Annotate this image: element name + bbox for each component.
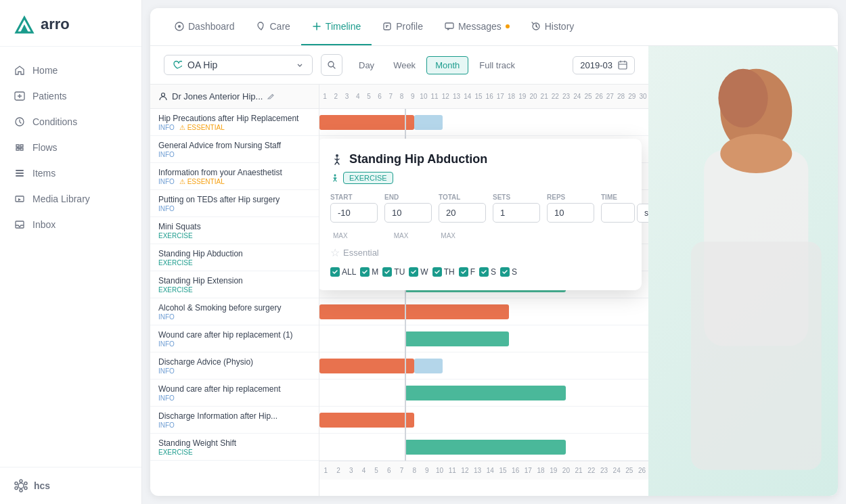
edit-icon[interactable] — [267, 93, 275, 101]
gantt-footer-number: 4 — [357, 467, 370, 474]
tab-messages[interactable]: Messages — [434, 9, 520, 45]
gantt-footer-number: 6 — [382, 467, 395, 474]
tab-profile-label: Profile — [396, 21, 423, 32]
gantt-footer-number: 23 — [598, 467, 610, 474]
gantt-bar-row[interactable] — [319, 380, 648, 407]
gantt-bar[interactable] — [319, 115, 414, 130]
gantt-bar[interactable] — [414, 115, 443, 130]
view-fulltrack[interactable]: Full track — [471, 57, 523, 74]
sidebar-item-patients[interactable]: Patients — [0, 83, 141, 109]
essential-label: Essential — [343, 248, 379, 258]
svg-rect-18 — [384, 23, 391, 30]
gantt-label-row[interactable]: Mini SquatsEXERCISE — [150, 217, 319, 244]
field-sets: SETS — [493, 193, 540, 223]
gantt-bar[interactable] — [319, 359, 414, 373]
view-day[interactable]: Day — [351, 57, 382, 74]
care-icon — [257, 22, 266, 31]
gantt-bar[interactable] — [319, 304, 509, 319]
gantt-chart[interactable]: 1234567891011121314151617181920212223242… — [319, 85, 648, 496]
day-checkbox-all0[interactable]: ALL — [330, 267, 356, 277]
heart-icon — [173, 60, 182, 70]
gantt-bar-row[interactable] — [319, 407, 648, 434]
svg-point-12 — [24, 487, 27, 490]
gantt-label-row[interactable]: Standing Weight ShiftEXERCISE — [150, 434, 319, 461]
field-time-unit-select[interactable]: sec min — [637, 204, 648, 223]
condition-select[interactable]: OA Hip — [164, 55, 313, 75]
view-month[interactable]: Month — [426, 56, 468, 74]
gantt-bar-row[interactable] — [319, 109, 648, 136]
tab-timeline[interactable]: Timeline — [301, 9, 372, 45]
gantt-number: 11 — [429, 93, 440, 100]
tab-history[interactable]: History — [520, 9, 585, 45]
svg-rect-5 — [16, 173, 24, 174]
field-start-input[interactable] — [330, 203, 378, 223]
profile-icon — [382, 22, 392, 31]
search-button[interactable] — [321, 54, 342, 76]
gantt-bar[interactable] — [414, 359, 443, 373]
checkbox-visual — [459, 267, 468, 277]
gantt-label-row[interactable]: Putting on TEDs after Hip surgeryINFO — [150, 190, 319, 217]
doctor-name: Dr Jones Anterior Hip... — [172, 91, 263, 101]
logo-area: arro — [0, 0, 141, 47]
field-sets-label: SETS — [493, 193, 540, 201]
day-checkbox-s7[interactable]: S — [500, 267, 517, 277]
gantt-bar[interactable] — [405, 331, 509, 346]
gantt-label-row[interactable]: Hip Precautions after Hip ReplacementINF… — [150, 109, 319, 136]
sidebar-item-inbox[interactable]: Inbox — [0, 212, 141, 237]
gantt-number: 22 — [550, 93, 560, 100]
gantt-label-row[interactable]: Standing Hip AbductionEXERCISE — [150, 244, 319, 271]
gantt-bar-row[interactable] — [319, 298, 648, 325]
sidebar-item-home[interactable]: Home — [0, 58, 141, 83]
gantt-label-row[interactable]: Discharge Advice (Physio)INFO — [150, 352, 319, 380]
day-checkbox-th4[interactable]: TH — [432, 267, 455, 277]
day-checkbox-m1[interactable]: M — [360, 267, 378, 277]
person-image-area — [648, 46, 838, 496]
popup-title: Standing Hip Abduction — [330, 152, 628, 166]
gantt-bar-row[interactable] — [319, 352, 648, 380]
gantt-bar[interactable] — [405, 440, 566, 455]
field-total-label: TOTAL — [439, 193, 486, 201]
gantt-bar[interactable] — [405, 386, 566, 400]
gantt-label-row[interactable]: Alcohol & Smoking before surgeryINFO — [150, 298, 319, 325]
gantt-bar[interactable] — [319, 413, 414, 428]
day-label: ALL — [342, 267, 356, 277]
tab-care[interactable]: Care — [246, 9, 301, 45]
sidebar-item-items[interactable]: Items — [0, 160, 141, 186]
day-checkbox-tu2[interactable]: TU — [382, 267, 405, 277]
field-time-input[interactable] — [601, 203, 635, 223]
day-checkbox-s6[interactable]: S — [479, 267, 496, 277]
gantt-label-row[interactable]: Discharge Information after Hip...INFO — [150, 407, 319, 434]
svg-rect-22 — [619, 62, 627, 69]
popup-card: Standing Hip Abduction EXERCISE START — [319, 139, 642, 290]
gantt-label-row[interactable]: Wound care after hip replacement (1)INFO — [150, 325, 319, 352]
gantt-label-row[interactable]: Information from your AnaesthetistINFO⚠ … — [150, 163, 319, 190]
media-icon — [14, 193, 26, 205]
sidebar-item-media[interactable]: Media Library — [0, 186, 141, 212]
toolbar: OA Hip Day Week Month Full track 2019-03 — [150, 46, 648, 85]
gantt-number: 24 — [572, 93, 583, 100]
gantt-number: 16 — [484, 93, 495, 100]
day-checkbox-f5[interactable]: F — [459, 267, 475, 277]
field-end-input[interactable] — [384, 203, 432, 223]
sidebar-item-flows[interactable]: Flows — [0, 135, 141, 160]
gantt-footer-number: 26 — [636, 467, 648, 474]
gantt-label-row[interactable]: General Advice from Nursing StaffINFO — [150, 136, 319, 163]
day-checkbox-w3[interactable]: W — [409, 267, 428, 277]
svg-point-17 — [178, 25, 181, 28]
sidebar-item-conditions[interactable]: Conditions — [0, 109, 141, 135]
checkbox-visual — [500, 267, 510, 277]
gantt-bar-row[interactable] — [319, 434, 648, 461]
field-total-input[interactable] — [439, 203, 486, 223]
view-week[interactable]: Week — [385, 57, 424, 74]
date-picker[interactable]: 2019-03 — [573, 56, 635, 74]
star-icon[interactable]: ☆ — [330, 246, 340, 259]
field-sets-input[interactable] — [493, 203, 540, 223]
tab-dashboard[interactable]: Dashboard — [164, 9, 246, 45]
sidebar-nav: Home Patients Conditions Flows Items — [0, 47, 141, 467]
gantt-bar-row[interactable] — [319, 325, 648, 352]
gantt-label-row[interactable]: Standing Hip ExtensionEXERCISE — [150, 271, 319, 298]
field-reps-input[interactable] — [547, 203, 594, 223]
tab-profile[interactable]: Profile — [372, 9, 434, 45]
gantt-label-row[interactable]: Wound care after hip replacementINFO — [150, 380, 319, 407]
sidebar-item-inbox-label: Inbox — [32, 219, 55, 230]
